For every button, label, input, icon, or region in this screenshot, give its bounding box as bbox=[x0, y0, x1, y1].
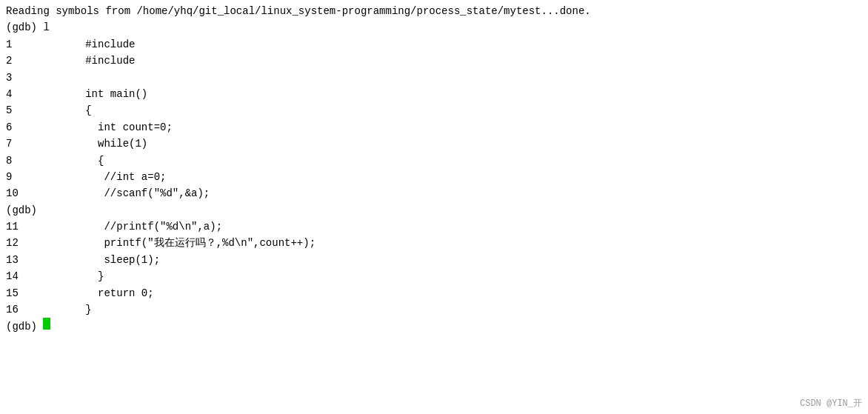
code-line: 5 { bbox=[6, 102, 862, 118]
line-number: 12 bbox=[6, 235, 36, 251]
line-number: 1 bbox=[6, 36, 36, 53]
line-number: 14 bbox=[6, 268, 36, 284]
line-number: 15 bbox=[6, 285, 36, 301]
watermark: CSDN @YIN_开 bbox=[800, 397, 862, 410]
line-number: 3 bbox=[6, 70, 36, 86]
prompt-mid: (gdb) bbox=[6, 202, 37, 218]
line-number: 9 bbox=[6, 169, 36, 185]
line-content: sleep(1); bbox=[36, 252, 160, 268]
code-line: 3 bbox=[6, 70, 862, 86]
code-lines-2: 11 //printf("%d\n",a);12 printf("我在运行吗？,… bbox=[6, 218, 862, 318]
prompt-end-line: (gdb) bbox=[6, 318, 862, 335]
line-content: while(1) bbox=[36, 136, 147, 152]
line-number: 16 bbox=[6, 301, 36, 318]
code-line: 6 int count=0; bbox=[6, 119, 862, 136]
line-number: 7 bbox=[6, 136, 36, 152]
line-content: #include bbox=[36, 36, 141, 53]
code-line: 16 } bbox=[6, 301, 862, 318]
line-number: 11 bbox=[6, 218, 36, 235]
line-number: 4 bbox=[6, 86, 36, 102]
code-line: 8 { bbox=[6, 153, 862, 169]
line-content: //scanf("%d",&a); bbox=[36, 185, 210, 201]
line-content: { bbox=[36, 102, 92, 118]
code-line: 10 //scanf("%d",&a); bbox=[6, 185, 862, 201]
code-line: 11 //printf("%d\n",a); bbox=[6, 218, 862, 235]
code-line: 2 #include bbox=[6, 53, 862, 69]
prompt-end: (gdb) bbox=[6, 318, 43, 335]
line-number: 6 bbox=[6, 119, 36, 136]
code-line: 13 sleep(1); bbox=[6, 252, 862, 268]
line-content: int count=0; bbox=[36, 119, 173, 136]
code-line: 14 } bbox=[6, 268, 862, 284]
line-number: 8 bbox=[6, 153, 36, 169]
line-content: //printf("%d\n",a); bbox=[36, 218, 222, 235]
line-content: } bbox=[36, 268, 104, 284]
header-line: Reading symbols from /home/yhq/git_local… bbox=[6, 3, 862, 19]
line-content: //int a=0; bbox=[36, 169, 166, 185]
code-line: 15 return 0; bbox=[6, 285, 862, 301]
cursor bbox=[43, 318, 50, 330]
code-line: 7 while(1) bbox=[6, 136, 862, 152]
code-line: 12 printf("我在运行吗？,%d\n",count++); bbox=[6, 235, 862, 251]
line-number: 10 bbox=[6, 185, 36, 201]
line-number: 5 bbox=[6, 102, 36, 118]
line-content: printf("我在运行吗？,%d\n",count++); bbox=[36, 235, 316, 251]
prompt-1: (gdb) l bbox=[6, 19, 50, 36]
line-number: 2 bbox=[6, 53, 36, 69]
line-content: int main() bbox=[36, 86, 147, 102]
line-content: #include bbox=[36, 53, 141, 69]
code-line: 4 int main() bbox=[6, 86, 862, 102]
line-content: { bbox=[36, 153, 104, 169]
code-line: 9 //int a=0; bbox=[6, 169, 862, 185]
line-content: } bbox=[36, 301, 92, 318]
line-number: 13 bbox=[6, 252, 36, 268]
prompt-line-1: (gdb) l bbox=[6, 19, 862, 36]
code-lines-1: 1 #include 2 #include 34 int main()5 {6 … bbox=[6, 36, 862, 202]
code-line: 1 #include bbox=[6, 36, 862, 53]
line-content: return 0; bbox=[36, 285, 154, 301]
terminal-window: Reading symbols from /home/yhq/git_local… bbox=[0, 0, 868, 414]
prompt-mid-line: (gdb) bbox=[6, 202, 862, 218]
